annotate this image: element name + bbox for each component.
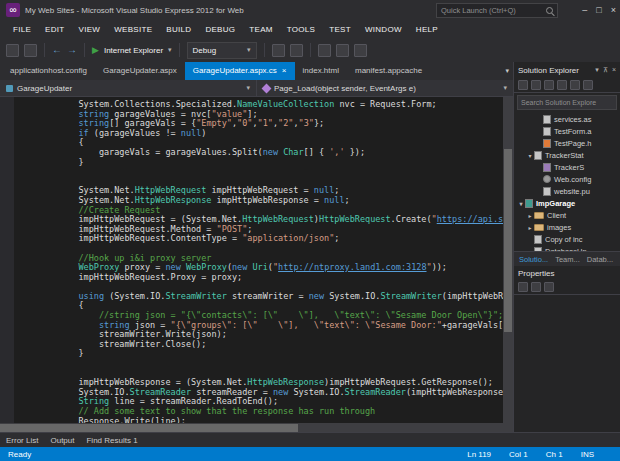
open-file-icon[interactable] [24, 44, 37, 57]
status-bar: Ready Ln 119 Col 1 Ch 1 INS [0, 447, 620, 461]
vertical-scrollbar[interactable] [503, 97, 513, 423]
expanded-arrow-icon[interactable]: ▾ [517, 200, 525, 207]
document-tab[interactable]: index.html [295, 62, 347, 80]
editor-margin[interactable] [0, 97, 14, 423]
class-dropdown[interactable]: GarageUpdater ▾ [0, 80, 257, 96]
code-line: streamWriter.Close(); [17, 340, 503, 350]
view-code-icon[interactable] [583, 80, 593, 90]
maximize-button[interactable]: □ [596, 5, 601, 15]
bottom-tab[interactable]: Error List [6, 436, 38, 445]
tree-item-label: Web.config [554, 175, 591, 184]
document-tab[interactable]: applicationhost.config [2, 62, 95, 80]
tree-item[interactable]: services.as [514, 113, 620, 125]
menu-test[interactable]: TEST [322, 25, 358, 34]
browser-dropdown-icon[interactable]: ▾ [168, 46, 172, 54]
collapsed-arrow-icon[interactable]: ▸ [526, 224, 534, 231]
tree-item[interactable]: ▾TrackerStat [514, 149, 620, 161]
navigate-backward-icon[interactable]: ← [52, 45, 62, 55]
chevron-down-icon[interactable]: ▾ [595, 66, 599, 74]
bottom-tab[interactable]: Output [50, 436, 74, 445]
solution-search-input[interactable]: Search Solution Explore [517, 95, 617, 110]
document-tab[interactable]: GarageUpdater.aspx [95, 62, 185, 80]
tree-item[interactable]: TestForm.a [514, 125, 620, 137]
show-all-files-icon[interactable] [557, 80, 567, 90]
panel-tab[interactable]: Datab... [587, 255, 613, 264]
menu-team[interactable]: TEAM [242, 25, 279, 34]
collapse-all-icon[interactable] [531, 80, 541, 90]
menu-debug[interactable]: DEBUG [198, 25, 242, 34]
method-name: Page_Load(object sender, EventArgs e) [274, 84, 416, 93]
tree-item[interactable]: TestPage.h [514, 137, 620, 149]
home-icon[interactable] [518, 80, 528, 90]
chevron-down-icon: ▾ [246, 84, 250, 92]
pin-icon[interactable]: ⊼ [603, 66, 608, 74]
code-line: impHttpWebRequest.Proxy = proxy; [17, 273, 503, 283]
refresh-icon[interactable] [570, 80, 580, 90]
alphabetical-icon[interactable] [531, 282, 541, 292]
quick-launch-input[interactable]: Quick Launch (Ctrl+Q) [436, 3, 558, 18]
tree-item[interactable]: ▸Client [514, 209, 620, 221]
tree-item[interactable]: TrackerS [514, 161, 620, 173]
browser-target-button[interactable]: Internet Explorer [104, 46, 163, 55]
menu-help[interactable]: HELP [409, 25, 445, 34]
panel-tab[interactable]: Team... [555, 255, 580, 264]
navigation-bar: GarageUpdater ▾ Page_Load(object sender,… [0, 80, 513, 97]
panel-tab[interactable]: Solutio... [519, 255, 548, 264]
tree-item[interactable]: Web.config [514, 173, 620, 185]
scrollbar-thumb[interactable] [504, 149, 512, 332]
menu-edit[interactable]: EDIT [38, 25, 71, 34]
property-pages-icon[interactable] [544, 282, 554, 292]
code-editor[interactable]: System.Collections.Specialized.NameValue… [0, 97, 513, 423]
document-list-dropdown-icon[interactable]: ▾ [505, 67, 509, 75]
redo-icon[interactable] [336, 44, 349, 57]
method-dropdown[interactable]: Page_Load(object sender, EventArgs e) ▾ [257, 80, 513, 96]
config-label: Debug [193, 46, 217, 55]
toolbar-separator [264, 43, 265, 57]
tree-item[interactable]: ▾ImpGarage [514, 197, 620, 209]
menu-file[interactable]: FILE [6, 25, 38, 34]
status-line: Ln 119 [467, 450, 491, 459]
save-icon[interactable] [272, 44, 285, 57]
tool-panel-tabs: Solutio...Team...Datab... [514, 251, 620, 266]
collapsed-arrow-icon[interactable]: ▸ [526, 212, 534, 219]
menu-website[interactable]: WEBSITE [107, 25, 159, 34]
save-all-icon[interactable] [290, 44, 303, 57]
scrollbar-thumb[interactable] [0, 424, 298, 432]
menu-tools[interactable]: TOOLS [280, 25, 322, 34]
undo-icon[interactable] [318, 44, 331, 57]
find-icon[interactable] [354, 44, 367, 57]
document-tab-label: GarageUpdater.aspx.cs [193, 66, 277, 75]
tree-item-label: Copy of inc [545, 235, 583, 244]
properties-toolbar [514, 280, 620, 295]
menu-window[interactable]: WINDOW [358, 25, 409, 34]
categorized-icon[interactable] [518, 282, 528, 292]
new-file-icon[interactable] [6, 44, 19, 57]
html-icon [543, 139, 551, 148]
status-insert-mode: INS [581, 450, 594, 459]
chevron-down-icon: ▾ [503, 84, 507, 92]
start-debug-icon[interactable]: ▶ [92, 45, 99, 55]
close-button[interactable]: × [611, 5, 616, 15]
document-tab[interactable]: GarageUpdater.aspx.cs× [185, 62, 295, 80]
status-ready: Ready [8, 450, 31, 459]
close-icon[interactable]: × [282, 66, 287, 75]
solution-config-dropdown[interactable]: Debug ▾ [187, 42, 257, 59]
properties-header: Properties [514, 266, 620, 280]
tree-item-label: services.as [554, 115, 592, 124]
bottom-tab[interactable]: Find Results 1 [86, 436, 137, 445]
properties-icon[interactable] [544, 80, 554, 90]
document-tab[interactable]: manifest.appcache [347, 62, 430, 80]
tree-item[interactable]: Copy of inc [514, 233, 620, 245]
menu-build[interactable]: BUILD [159, 25, 198, 34]
main-toolbar: ← → ▶ Internet Explorer ▾ Debug ▾ [0, 38, 620, 63]
tree-item[interactable]: website.pu [514, 185, 620, 197]
minimize-button[interactable]: – [582, 5, 587, 15]
editor-column: applicationhost.configGarageUpdater.aspx… [0, 62, 513, 433]
class-name: GarageUpdater [17, 84, 72, 93]
expanded-arrow-icon[interactable]: ▾ [526, 152, 534, 159]
menu-view[interactable]: VIEW [72, 25, 108, 34]
close-icon[interactable]: × [612, 66, 616, 74]
navigate-forward-icon[interactable]: → [67, 45, 77, 55]
tree-item[interactable]: ▸images [514, 221, 620, 233]
code-line: impHttpWebRequest.ContentType = "applica… [17, 234, 503, 244]
